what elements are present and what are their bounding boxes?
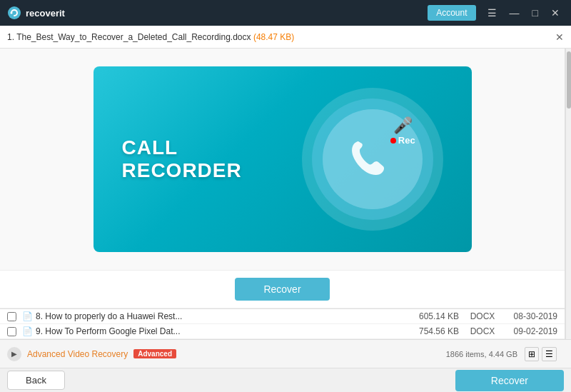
items-count: 1866 items, 4.44 GB [446,350,517,358]
call-recorder-card: CALL RECORDER 🎤 [94,66,472,252]
preview-panel: CALL RECORDER 🎤 [0,49,565,339]
recover-main-button[interactable]: Recover [455,370,564,391]
close-button[interactable]: ✕ [547,6,564,20]
table-row: 📄 9. How To Perform Google Pixel Dat... … [0,324,565,339]
logo-icon [7,6,21,20]
file-row-date-8: 08-30-2019 [500,311,557,321]
minimize-button[interactable]: — [505,6,524,20]
file-row-name-8: 8. How to properly do a Huawei Rest... [36,311,415,321]
phone-circle-core: 🎤 Rec [323,109,423,209]
file-row-size-9: 754.56 KB [415,326,465,336]
preview-image-area: CALL RECORDER 🎤 [0,49,565,270]
advanced-video-label[interactable]: Advanced Video Recovery [27,349,128,359]
list-view-button[interactable]: ☰ [542,347,557,361]
file-name: 1. The_Best_Way_to_Recover_a_Deleted_Cal… [7,32,294,42]
video-icon: ▶ [7,347,21,361]
file-row-name-9: 9. How To Perform Google Pixel Dat... [36,326,415,336]
file-header-bar: 1. The_Best_Way_to_Recover_a_Deleted_Cal… [0,26,571,49]
mic-badge: 🎤 Rec [390,116,415,146]
maximize-button[interactable]: □ [528,6,542,20]
window-controls: ☰ — □ ✕ [483,6,564,20]
advanced-badge: Advanced [133,349,176,358]
menu-button[interactable]: ☰ [483,6,501,20]
close-file-button[interactable]: ✕ [555,31,564,43]
rec-dot [390,138,396,144]
doc-icon-9: 📄 [22,326,33,336]
recover-center-button[interactable]: Recover [235,278,329,301]
file-row-type-8: DOCX [465,311,500,321]
file-row-type-9: DOCX [465,326,500,336]
file-list-area: 📄 8. How to properly do a Huawei Rest...… [0,308,565,339]
recover-center-section: Recover [0,270,565,308]
svg-point-0 [8,6,21,19]
file-row-date-9: 09-02-2019 [500,326,557,336]
phone-circle-inner: 🎤 Rec [312,99,433,220]
view-toggle: ⊞ ☰ [525,347,557,361]
svg-point-1 [11,12,13,14]
file-checkbox-9[interactable] [7,327,16,336]
account-button[interactable]: Account [428,5,475,21]
app-name: recoverit [26,8,65,19]
scrollbar-track[interactable] [565,49,571,339]
bottom-bar: ▶ Advanced Video Recovery Advanced 1866 … [0,339,571,368]
card-title: CALL RECORDER [122,136,302,182]
rec-badge: Rec [390,135,415,146]
back-button[interactable]: Back [7,371,65,390]
preview-section: CALL RECORDER 🎤 [0,49,571,339]
microphone-icon: 🎤 [393,116,413,135]
grid-view-button[interactable]: ⊞ [525,347,539,361]
doc-icon-8: 📄 [22,311,33,321]
title-bar: recoverit Account ☰ — □ ✕ [0,0,571,26]
scrollbar-thumb[interactable] [567,51,571,109]
main-wrapper: 1. The_Best_Way_to_Recover_a_Deleted_Cal… [0,26,571,392]
app-logo: recoverit [7,6,65,20]
table-row: 📄 8. How to properly do a Huawei Rest...… [0,309,565,324]
file-row-size-8: 605.14 KB [415,311,465,321]
advanced-video-section: ▶ Advanced Video Recovery Advanced [7,347,176,361]
file-checkbox-8[interactable] [7,312,16,321]
phone-circle-outer: 🎤 Rec [302,88,443,231]
action-bar: Back Recover [0,368,571,392]
